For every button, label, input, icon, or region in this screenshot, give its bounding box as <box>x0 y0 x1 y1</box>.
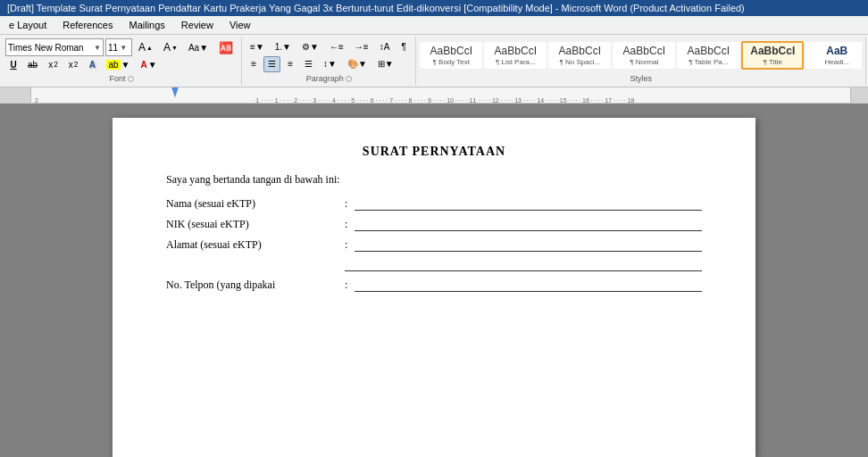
ruler: 2 · 1 · · · · 1 · · · · 2 · · · · 3 · · … <box>0 87 868 104</box>
field-nama-line[interactable] <box>355 198 702 211</box>
field-nik-line[interactable] <box>355 219 702 231</box>
field-alamat-cont-line[interactable] <box>345 259 702 271</box>
clear-format-btn[interactable]: 🆎 <box>214 39 238 56</box>
style-heading-preview: AaB <box>826 45 847 57</box>
paragraph-section: ≡▼ 1.▼ ⚙▼ ←≡ →≡ ↕A ¶ ≡ ☰ ≡ <box>242 37 416 85</box>
title-bar: [Draft] Template Surat Pernyataan Pendaf… <box>0 0 868 16</box>
document-area: SURAT PERNYATAAN Saya yang bertanda tang… <box>0 104 868 457</box>
style-body-text-preview: AaBbCcI <box>430 45 472 57</box>
field-telpon-colon: : <box>345 278 347 292</box>
field-alamat-line[interactable] <box>355 239 702 252</box>
align-right-btn[interactable]: ≡ <box>282 56 298 72</box>
field-alamat: Alamat (sesuai eKTP) : <box>166 238 702 252</box>
field-nik-colon: : <box>345 218 347 231</box>
font-size-value: 11 <box>108 43 118 53</box>
title-bar-text: [Draft] Template Surat Pernyataan Pendaf… <box>7 3 745 13</box>
style-title-label: ¶ Title <box>764 58 782 66</box>
decrease-indent-btn[interactable]: ←≡ <box>325 39 348 55</box>
field-nik: NIK (sesuai eKTP) : <box>166 218 702 231</box>
field-telpon: No. Telpon (yang dipakai : <box>166 278 702 292</box>
styles-section: AaBbCcI ¶ Body Text AaBbCcI ¶ List Para.… <box>416 37 866 85</box>
menu-review[interactable]: Review <box>176 18 219 32</box>
menu-bar: e Layout References Mailings Review View <box>0 16 868 35</box>
field-telpon-line[interactable] <box>355 279 702 292</box>
increase-font-btn[interactable]: A▲ <box>134 39 157 55</box>
line-spacing-btn[interactable]: ↕▼ <box>319 56 341 72</box>
paragraph-expand-icon[interactable]: ⬡ <box>346 75 352 83</box>
font-size-combo[interactable]: 11 ▼ <box>105 38 132 56</box>
styles-section-label: Styles <box>420 74 862 83</box>
field-nama-label: Nama (sesuai eKTP) <box>166 197 345 211</box>
para-tools-bottom: ≡ ☰ ≡ ☰ ↕▼ 🎨▼ ⊞▼ <box>246 55 412 72</box>
style-list-para-label: ¶ List Para... <box>496 58 536 66</box>
highlight-btn[interactable]: ab▼ <box>102 56 134 72</box>
font-section-label: Font ⬡ <box>5 74 238 83</box>
underline-btn[interactable]: U <box>5 56 21 72</box>
align-left-btn[interactable]: ≡ <box>246 56 262 72</box>
style-normal-preview: AaBbCcI <box>623 45 665 57</box>
field-alamat-cont <box>345 259 702 271</box>
font-name-value: Times New Roman <box>8 43 92 53</box>
menu-mailings[interactable]: Mailings <box>123 18 170 32</box>
style-no-spacing-label: ¶ No Spaci... <box>559 58 600 66</box>
style-list-para[interactable]: AaBbCcI ¶ List Para... <box>484 42 547 69</box>
style-body-text[interactable]: AaBbCcI ¶ Body Text <box>420 42 482 69</box>
document-page[interactable]: SURAT PERNYATAAN Saya yang bertanda tang… <box>113 118 755 457</box>
menu-references[interactable]: References <box>57 18 118 32</box>
style-table-pa[interactable]: AaBbCcI ¶ Table Pa... <box>677 42 739 69</box>
menu-elayout[interactable]: e Layout <box>4 18 52 32</box>
multilevel-btn[interactable]: ⚙▼ <box>297 39 323 55</box>
font-expand-icon[interactable]: ⬡ <box>128 75 134 83</box>
font-tools-bottom: U ab x2 x2 A ab▼ A▼ <box>5 56 238 72</box>
field-telpon-label: No. Telpon (yang dipakai <box>166 278 345 292</box>
shading-btn[interactable]: 🎨▼ <box>343 56 371 72</box>
ribbon-toolbar: Times New Roman ▼ 11 ▼ A▲ A▼ Aa▼ 🆎 U <box>0 35 868 87</box>
subscript-btn[interactable]: x2 <box>44 56 63 72</box>
style-body-text-label: ¶ Body Text <box>433 58 471 66</box>
decrease-font-btn[interactable]: A▼ <box>159 39 182 55</box>
document-intro: Saya yang bertanda tangan di bawah ini: <box>166 173 702 187</box>
align-center-btn[interactable]: ☰ <box>263 56 280 72</box>
font-section: Times New Roman ▼ 11 ▼ A▲ A▼ Aa▼ 🆎 U <box>2 37 242 85</box>
show-formatting-btn[interactable]: ¶ <box>396 39 412 55</box>
para-tools-top: ≡▼ 1.▼ ⚙▼ ←≡ →≡ ↕A ¶ <box>246 38 412 55</box>
style-title-preview: AaBbCcI <box>750 45 795 57</box>
field-nik-label: NIK (sesuai eKTP) <box>166 218 345 231</box>
numbering-btn[interactable]: 1.▼ <box>271 39 296 55</box>
menu-view[interactable]: View <box>224 18 256 32</box>
sort-btn[interactable]: ↕A <box>375 39 395 55</box>
style-table-pa-label: ¶ Table Pa... <box>689 58 728 66</box>
strikethrough-btn[interactable]: ab <box>23 56 42 72</box>
style-heading[interactable]: AaB Headi... <box>805 42 862 69</box>
field-alamat-label: Alamat (sesuai eKTP) <box>166 238 345 252</box>
field-alamat-colon: : <box>345 238 347 252</box>
style-heading-label: Headi... <box>825 58 850 66</box>
style-normal-label: ¶ Normal <box>630 58 658 66</box>
style-title[interactable]: AaBbCcI ¶ Title <box>741 41 804 70</box>
font-tools-top: Times New Roman ▼ 11 ▼ A▲ A▼ Aa▼ 🆎 <box>5 38 238 56</box>
style-table-pa-preview: AaBbCcI <box>688 45 730 57</box>
paragraph-section-label: Paragraph ⬡ <box>246 74 412 83</box>
ribbon: Times New Roman ▼ 11 ▼ A▲ A▼ Aa▼ 🆎 U <box>0 35 868 87</box>
increase-indent-btn[interactable]: →≡ <box>350 39 373 55</box>
text-effect-btn[interactable]: A <box>84 56 100 72</box>
change-case-btn[interactable]: Aa▼ <box>184 39 213 55</box>
font-size-arrow: ▼ <box>120 44 127 52</box>
style-no-spacing[interactable]: AaBbCcI ¶ No Spaci... <box>548 42 611 69</box>
font-name-arrow: ▼ <box>94 44 101 52</box>
styles-gallery: AaBbCcI ¶ Body Text AaBbCcI ¶ List Para.… <box>420 38 862 72</box>
style-list-para-preview: AaBbCcI <box>495 45 537 57</box>
font-name-combo[interactable]: Times New Roman ▼ <box>5 38 104 56</box>
document-title: SURAT PERNYATAAN <box>166 145 702 159</box>
superscript-btn[interactable]: x2 <box>64 56 83 72</box>
font-color-btn[interactable]: A▼ <box>136 56 161 72</box>
bullets-btn[interactable]: ≡▼ <box>246 39 269 55</box>
style-normal[interactable]: AaBbCcI ¶ Normal <box>613 42 675 69</box>
borders-btn[interactable]: ⊞▼ <box>373 56 398 72</box>
field-nama: Nama (sesuai eKTP) : <box>166 197 702 211</box>
style-no-spacing-preview: AaBbCcI <box>559 45 601 57</box>
justify-btn[interactable]: ☰ <box>300 56 317 72</box>
field-nama-colon: : <box>345 197 347 211</box>
